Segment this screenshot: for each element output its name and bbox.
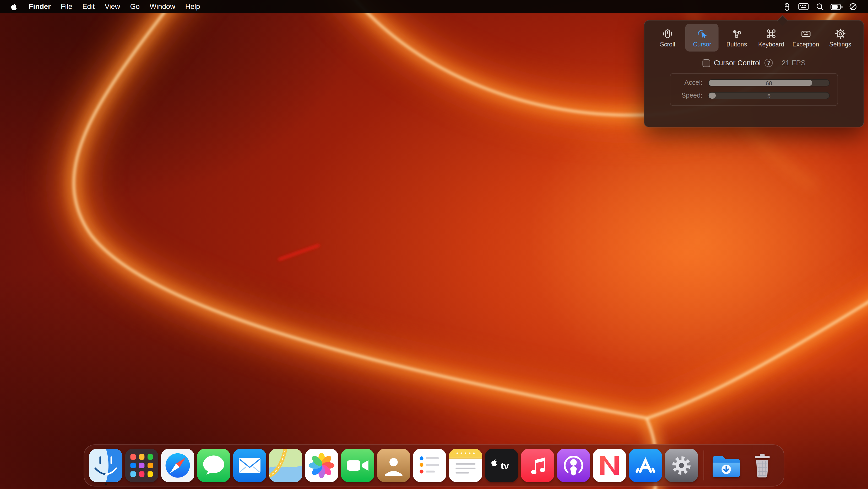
dock-item-contacts[interactable] [377,449,410,482]
active-app-menu[interactable]: Finder [24,0,56,13]
messages-icon [197,449,230,482]
dock-item-downloads[interactable] [710,449,743,482]
tv-icon: tv [485,449,518,482]
downloads-folder-icon [710,449,743,482]
keyboard-status-icon[interactable] [796,1,810,12]
apple-icon [10,3,18,11]
accel-value: 68 [709,80,829,86]
speed-label: Speed: [678,91,702,99]
speed-value: 5 [709,92,829,98]
dock-item-system-settings[interactable] [665,449,698,482]
dock-item-trash[interactable] [746,449,779,482]
dock-item-mail[interactable] [233,449,266,482]
tab-label: Buttons [726,41,747,47]
dock-item-facetime[interactable] [341,449,374,482]
safari-icon [161,449,194,482]
accel-slider[interactable]: 68 [708,79,830,86]
launchpad-icon [125,449,158,482]
tab-exception[interactable]: Exception [789,24,823,52]
cursor-settings-group: Accel: 68 Speed: 5 [670,73,838,106]
trash-icon [746,449,779,482]
menu-window[interactable]: Window [145,0,180,13]
scroll-wheel-icon [662,28,673,39]
menu-help[interactable]: Help [180,0,205,13]
running-indicator [104,483,107,485]
menu-view[interactable]: View [100,0,125,13]
tab-buttons[interactable]: Buttons [720,24,753,52]
menu-bar: Finder File Edit View Go Window Help [0,0,868,13]
exception-keyboard-icon [800,28,811,39]
tab-keyboard[interactable]: Keyboard [754,24,788,52]
dock-item-safari[interactable] [161,449,194,482]
dock-item-appstore[interactable] [629,449,662,482]
dock-item-reminders[interactable] [413,449,446,482]
cursor-control-checkbox[interactable] [702,59,710,67]
notes-icon [449,449,482,482]
apple-menu[interactable] [4,3,24,11]
buttons-icon [731,28,742,39]
music-icon [521,449,554,482]
dock-item-maps[interactable] [269,449,303,482]
speed-slider[interactable]: 5 [708,92,830,99]
tab-label: Cursor [693,41,711,47]
dock: tv [84,444,784,487]
facetime-icon [341,449,374,482]
menu-edit[interactable]: Edit [77,0,100,13]
help-button[interactable]: ? [765,59,773,67]
cursor-control-label: Cursor Control [714,59,761,67]
tab-scroll[interactable]: Scroll [651,24,684,52]
podcasts-icon [557,449,590,482]
tab-settings[interactable]: Settings [824,24,857,52]
mouse-status-icon[interactable] [779,1,794,12]
tab-label: Settings [829,41,851,47]
cursor-control-row: Cursor Control ? 21 FPS [645,59,864,67]
tab-cursor[interactable]: Cursor [686,24,719,52]
dock-item-music[interactable] [521,449,554,482]
status-circle-icon[interactable] [846,1,860,12]
mail-icon [233,449,266,482]
reminders-icon [413,449,446,482]
photos-icon [305,449,338,482]
fps-readout: 21 FPS [782,59,806,67]
tab-label: Scroll [660,41,675,47]
dock-item-finder[interactable] [89,449,122,482]
speed-row: Speed: 5 [678,91,830,99]
search-icon[interactable] [813,1,827,12]
dock-item-notes[interactable] [449,449,482,482]
desktop: Finder File Edit View Go Window Help [0,0,868,489]
command-icon [766,28,777,39]
accel-row: Accel: 68 [678,79,830,87]
app-store-icon [629,449,662,482]
menu-go[interactable]: Go [125,0,145,13]
dock-item-news[interactable] [593,449,626,482]
status-menu-area [779,1,864,12]
dock-item-photos[interactable] [305,449,338,482]
tab-label: Exception [792,41,819,47]
tab-label: Keyboard [758,41,784,47]
cursor-click-icon [696,28,708,39]
popover-tab-bar: Scroll Cursor Buttons Keyboard Exception… [645,21,864,51]
battery-icon[interactable] [829,1,844,12]
system-settings-icon [665,449,698,482]
mouse-utility-popover: Scroll Cursor Buttons Keyboard Exception… [644,20,864,127]
finder-icon [89,449,122,482]
dock-item-launchpad[interactable] [125,449,158,482]
maps-icon [269,449,303,482]
dock-item-messages[interactable] [197,449,230,482]
contacts-icon [377,449,410,482]
news-icon [593,449,626,482]
gear-icon [835,28,846,39]
dock-item-podcasts[interactable] [557,449,590,482]
svg-text:tv: tv [501,461,509,471]
accel-label: Accel: [678,79,702,87]
dock-item-tv[interactable]: tv [485,449,518,482]
menu-file[interactable]: File [56,0,77,13]
dock-separator [704,451,704,480]
